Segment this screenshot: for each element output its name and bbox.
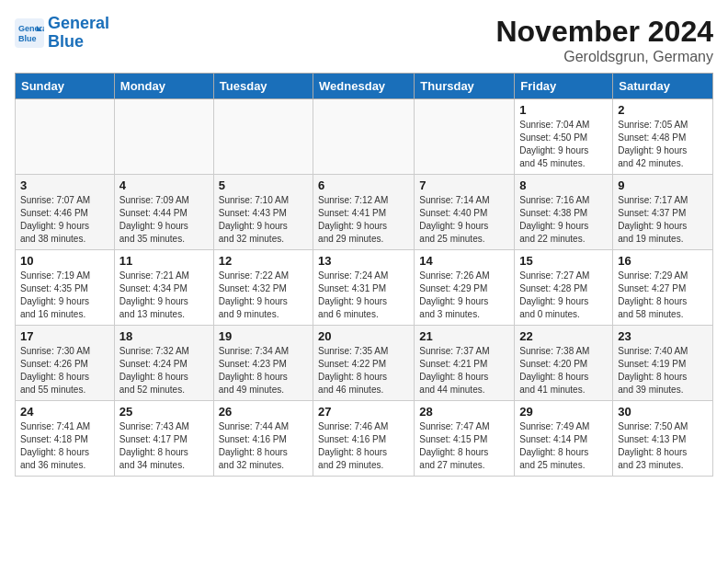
day-header-monday: Monday [114,74,213,99]
calendar-cell: 15Sunrise: 7:27 AM Sunset: 4:28 PM Dayli… [515,250,613,326]
calendar-cell: 22Sunrise: 7:38 AM Sunset: 4:20 PM Dayli… [515,326,613,401]
day-info: Sunrise: 7:17 AM Sunset: 4:37 PM Dayligh… [618,194,708,246]
calendar-cell [415,99,515,175]
calendar-cell: 29Sunrise: 7:49 AM Sunset: 4:14 PM Dayli… [515,401,613,477]
calendar-cell: 17Sunrise: 7:30 AM Sunset: 4:26 PM Dayli… [16,326,115,401]
day-number: 8 [519,178,608,192]
day-info: Sunrise: 7:14 AM Sunset: 4:40 PM Dayligh… [419,194,509,246]
calendar-header: SundayMondayTuesdayWednesdayThursdayFrid… [16,74,713,99]
day-info: Sunrise: 7:37 AM Sunset: 4:21 PM Dayligh… [419,345,509,396]
logo-text: GeneralBlue [48,15,109,52]
calendar-cell: 4Sunrise: 7:09 AM Sunset: 4:44 PM Daylig… [114,175,213,250]
day-number: 7 [419,178,509,192]
calendar-cell [213,99,313,175]
day-header-sunday: Sunday [16,74,115,99]
day-info: Sunrise: 7:29 AM Sunset: 4:27 PM Dayligh… [618,270,708,321]
calendar-cell [16,99,115,175]
day-number: 12 [219,254,308,268]
calendar-body: 1Sunrise: 7:04 AM Sunset: 4:50 PM Daylig… [16,99,713,477]
calendar-cell [313,99,415,175]
month-title: November 2024 [495,15,713,49]
day-number: 29 [519,405,608,419]
calendar-cell: 7Sunrise: 7:14 AM Sunset: 4:40 PM Daylig… [415,175,515,250]
day-number: 10 [20,254,109,268]
day-number: 14 [419,254,509,268]
day-info: Sunrise: 7:07 AM Sunset: 4:46 PM Dayligh… [20,194,109,246]
calendar-week-1: 1Sunrise: 7:04 AM Sunset: 4:50 PM Daylig… [16,99,713,175]
calendar-cell: 21Sunrise: 7:37 AM Sunset: 4:21 PM Dayli… [415,326,515,401]
day-number: 18 [119,329,209,343]
logo-icon: General Blue [15,18,44,48]
day-info: Sunrise: 7:50 AM Sunset: 4:13 PM Dayligh… [618,420,708,472]
day-info: Sunrise: 7:38 AM Sunset: 4:20 PM Dayligh… [519,345,608,396]
calendar-cell: 28Sunrise: 7:47 AM Sunset: 4:15 PM Dayli… [415,401,515,477]
day-header-saturday: Saturday [613,74,713,99]
day-number: 17 [20,329,109,343]
calendar-cell: 18Sunrise: 7:32 AM Sunset: 4:24 PM Dayli… [114,326,213,401]
day-info: Sunrise: 7:05 AM Sunset: 4:48 PM Dayligh… [618,119,708,170]
day-number: 11 [119,254,209,268]
day-number: 21 [419,329,509,343]
calendar-cell: 14Sunrise: 7:26 AM Sunset: 4:29 PM Dayli… [415,250,515,326]
calendar-week-2: 3Sunrise: 7:07 AM Sunset: 4:46 PM Daylig… [16,175,713,250]
day-info: Sunrise: 7:40 AM Sunset: 4:19 PM Dayligh… [618,345,708,396]
day-info: Sunrise: 7:35 AM Sunset: 4:22 PM Dayligh… [318,345,409,396]
day-number: 20 [318,329,409,343]
day-number: 3 [20,178,109,192]
day-number: 24 [20,405,109,419]
day-header-tuesday: Tuesday [213,74,313,99]
day-number: 2 [618,103,708,117]
day-info: Sunrise: 7:49 AM Sunset: 4:14 PM Dayligh… [519,420,608,472]
day-number: 15 [519,254,608,268]
calendar-cell: 1Sunrise: 7:04 AM Sunset: 4:50 PM Daylig… [515,99,613,175]
day-number: 19 [219,329,308,343]
day-info: Sunrise: 7:22 AM Sunset: 4:32 PM Dayligh… [219,270,308,321]
day-info: Sunrise: 7:41 AM Sunset: 4:18 PM Dayligh… [20,420,109,472]
location-title: Geroldsgrun, Germany [495,49,713,65]
header-row: SundayMondayTuesdayWednesdayThursdayFrid… [16,74,713,99]
day-number: 5 [219,178,308,192]
day-info: Sunrise: 7:26 AM Sunset: 4:29 PM Dayligh… [419,270,509,321]
day-info: Sunrise: 7:09 AM Sunset: 4:44 PM Dayligh… [119,194,209,246]
header: General Blue GeneralBlue November 2024 G… [15,15,713,65]
day-number: 28 [419,405,509,419]
day-number: 13 [318,254,409,268]
day-number: 6 [318,178,409,192]
svg-rect-0 [15,18,44,48]
day-info: Sunrise: 7:30 AM Sunset: 4:26 PM Dayligh… [20,345,109,396]
calendar: SundayMondayTuesdayWednesdayThursdayFrid… [15,73,713,477]
calendar-cell: 6Sunrise: 7:12 AM Sunset: 4:41 PM Daylig… [313,175,415,250]
calendar-cell: 27Sunrise: 7:46 AM Sunset: 4:16 PM Dayli… [313,401,415,477]
calendar-cell: 8Sunrise: 7:16 AM Sunset: 4:38 PM Daylig… [515,175,613,250]
calendar-cell: 26Sunrise: 7:44 AM Sunset: 4:16 PM Dayli… [213,401,313,477]
calendar-cell: 12Sunrise: 7:22 AM Sunset: 4:32 PM Dayli… [213,250,313,326]
calendar-cell: 19Sunrise: 7:34 AM Sunset: 4:23 PM Dayli… [213,326,313,401]
day-info: Sunrise: 7:24 AM Sunset: 4:31 PM Dayligh… [318,270,409,321]
day-info: Sunrise: 7:12 AM Sunset: 4:41 PM Dayligh… [318,194,409,246]
calendar-cell: 9Sunrise: 7:17 AM Sunset: 4:37 PM Daylig… [613,175,713,250]
calendar-cell: 25Sunrise: 7:43 AM Sunset: 4:17 PM Dayli… [114,401,213,477]
day-number: 30 [618,405,708,419]
day-number: 26 [219,405,308,419]
title-area: November 2024 Geroldsgrun, Germany [495,15,713,65]
calendar-week-5: 24Sunrise: 7:41 AM Sunset: 4:18 PM Dayli… [16,401,713,477]
calendar-cell: 5Sunrise: 7:10 AM Sunset: 4:43 PM Daylig… [213,175,313,250]
day-info: Sunrise: 7:34 AM Sunset: 4:23 PM Dayligh… [219,345,308,396]
day-number: 25 [119,405,209,419]
day-header-friday: Friday [515,74,613,99]
day-info: Sunrise: 7:43 AM Sunset: 4:17 PM Dayligh… [119,420,209,472]
day-info: Sunrise: 7:16 AM Sunset: 4:38 PM Dayligh… [519,194,608,246]
day-info: Sunrise: 7:27 AM Sunset: 4:28 PM Dayligh… [519,270,608,321]
calendar-cell: 23Sunrise: 7:40 AM Sunset: 4:19 PM Dayli… [613,326,713,401]
calendar-cell: 16Sunrise: 7:29 AM Sunset: 4:27 PM Dayli… [613,250,713,326]
calendar-cell: 13Sunrise: 7:24 AM Sunset: 4:31 PM Dayli… [313,250,415,326]
calendar-cell: 24Sunrise: 7:41 AM Sunset: 4:18 PM Dayli… [16,401,115,477]
day-info: Sunrise: 7:44 AM Sunset: 4:16 PM Dayligh… [219,420,308,472]
calendar-cell: 30Sunrise: 7:50 AM Sunset: 4:13 PM Dayli… [613,401,713,477]
day-header-wednesday: Wednesday [313,74,415,99]
day-number: 9 [618,178,708,192]
day-number: 4 [119,178,209,192]
day-number: 16 [618,254,708,268]
day-info: Sunrise: 7:46 AM Sunset: 4:16 PM Dayligh… [318,420,409,472]
day-number: 22 [519,329,608,343]
